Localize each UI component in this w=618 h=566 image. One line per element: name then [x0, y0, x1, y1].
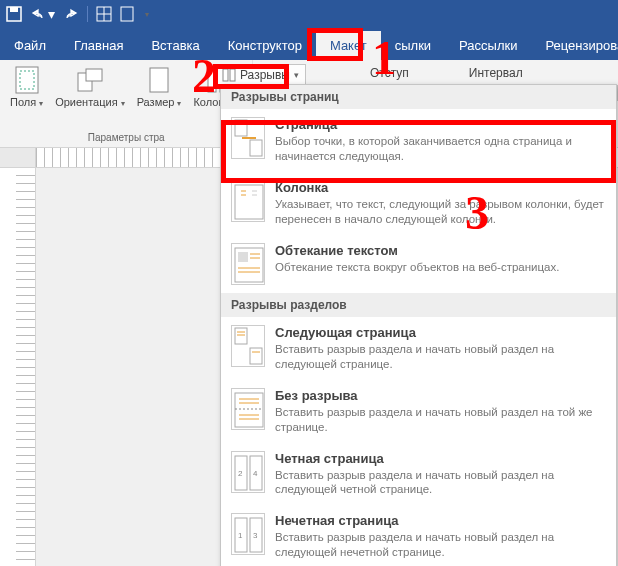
break-continuous-desc: Вставить разрыв раздела и начать новый р… [275, 405, 606, 435]
break-evenpage-item[interactable]: 24 Четная страница Вставить разрыв разде… [221, 443, 616, 506]
orientation-button[interactable]: Ориентация [51, 64, 128, 130]
ruler-gutter [0, 148, 36, 167]
qat-doc-icon[interactable] [120, 6, 134, 22]
tab-review[interactable]: Рецензирование [531, 31, 618, 60]
qat-customize-icon[interactable] [142, 10, 149, 19]
tab-layout[interactable]: Макет [316, 31, 381, 60]
svg-rect-1 [10, 7, 18, 12]
undo-icon[interactable]: ▾ [30, 6, 55, 22]
breaks-icon [222, 68, 236, 82]
margins-icon [13, 66, 41, 94]
ribbon-tabs: Файл Главная Вставка Конструктор Макет с… [0, 28, 618, 60]
svg-rect-17 [235, 185, 263, 219]
break-nextpage-item[interactable]: Следующая страница Вставить разрыв разде… [221, 317, 616, 380]
svg-rect-15 [235, 120, 247, 136]
size-icon [145, 66, 173, 94]
svg-text:1: 1 [238, 531, 243, 540]
size-button[interactable]: Размер [133, 64, 186, 130]
svg-rect-13 [223, 69, 228, 81]
breaks-button[interactable]: Разрывы ▾ [215, 64, 306, 86]
page-break-icon [231, 117, 265, 159]
page-setup-group-label: Параметры стра [88, 130, 165, 145]
break-nextpage-desc: Вставить разрыв раздела и начать новый р… [275, 342, 606, 372]
tab-insert[interactable]: Вставка [137, 31, 213, 60]
redo-icon[interactable] [63, 7, 79, 21]
break-column-item[interactable]: Колонка Указывает, что текст, следующий … [221, 172, 616, 235]
tab-file[interactable]: Файл [0, 31, 60, 60]
break-page-title: Страница [275, 117, 606, 132]
break-oddpage-title: Нечетная страница [275, 513, 606, 528]
indent-label: Отступ [370, 66, 409, 80]
break-continuous-title: Без разрыва [275, 388, 606, 403]
continuous-break-icon [231, 388, 265, 430]
quick-access-toolbar: ▾ [0, 0, 618, 28]
spacing-label: Интервал [469, 66, 523, 80]
nextpage-break-icon [231, 325, 265, 367]
tab-design[interactable]: Конструктор [214, 31, 316, 60]
svg-rect-14 [230, 69, 235, 81]
save-icon[interactable] [6, 6, 22, 22]
oddpage-break-icon: 13 [231, 513, 265, 555]
break-evenpage-title: Четная страница [275, 451, 606, 466]
page-breaks-header: Разрывы страниц [221, 85, 616, 109]
tab-references[interactable]: сылки [381, 31, 445, 60]
break-page-item[interactable]: Страница Выбор точки, в которой заканчив… [221, 109, 616, 172]
textwrap-break-icon [231, 243, 265, 285]
breaks-dropdown: Разрывы страниц Страница Выбор точки, в … [220, 84, 617, 566]
break-evenpage-desc: Вставить разрыв раздела и начать новый р… [275, 468, 606, 498]
margins-button[interactable]: Поля [6, 64, 47, 130]
breaks-label: Разрывы [240, 68, 290, 82]
orientation-icon [76, 66, 104, 94]
tab-home[interactable]: Главная [60, 31, 137, 60]
svg-rect-31 [250, 348, 262, 364]
svg-text:2: 2 [238, 469, 243, 478]
size-label: Размер [137, 96, 182, 109]
break-oddpage-item[interactable]: 13 Нечетная страница Вставить разрыв раз… [221, 505, 616, 566]
evenpage-break-icon: 24 [231, 451, 265, 493]
svg-rect-23 [238, 252, 248, 262]
break-column-title: Колонка [275, 180, 606, 195]
break-textwrap-title: Обтекание текстом [275, 243, 606, 258]
svg-rect-5 [121, 7, 133, 21]
break-oddpage-desc: Вставить разрыв раздела и начать новый р… [275, 530, 606, 560]
break-nextpage-title: Следующая страница [275, 325, 606, 340]
orientation-label: Ориентация [55, 96, 124, 109]
svg-rect-6 [16, 67, 38, 93]
vertical-ruler[interactable] [16, 168, 36, 566]
svg-rect-16 [250, 140, 262, 156]
svg-rect-10 [150, 68, 168, 92]
qat-separator [87, 6, 88, 22]
qat-table-icon[interactable] [96, 6, 112, 22]
svg-text:3: 3 [253, 531, 258, 540]
break-textwrap-desc: Обтекание текста вокруг объектов на веб-… [275, 260, 606, 275]
section-breaks-header: Разрывы разделов [221, 293, 616, 317]
tab-mailings[interactable]: Рассылки [445, 31, 531, 60]
break-continuous-item[interactable]: Без разрыва Вставить разрыв раздела и на… [221, 380, 616, 443]
break-textwrap-item[interactable]: Обтекание текстом Обтекание текста вокру… [221, 235, 616, 293]
svg-rect-28 [235, 328, 247, 344]
svg-text:4: 4 [253, 469, 258, 478]
break-page-desc: Выбор точки, в которой заканчивается одн… [275, 134, 606, 164]
svg-rect-9 [86, 69, 102, 81]
column-break-icon [231, 180, 265, 222]
break-column-desc: Указывает, что текст, следующий за разры… [275, 197, 606, 227]
paragraph-section: Отступ Интервал [370, 66, 523, 80]
svg-rect-33 [235, 393, 263, 427]
chevron-down-icon: ▾ [294, 70, 299, 80]
margins-label: Поля [10, 96, 43, 109]
